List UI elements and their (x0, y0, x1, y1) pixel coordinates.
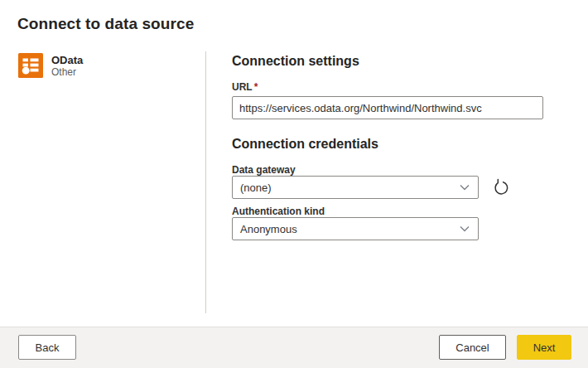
connector-category: Other (51, 66, 83, 79)
odata-feed-icon (18, 53, 43, 78)
url-input[interactable] (232, 96, 543, 119)
authentication-kind-label: Authentication kind (232, 206, 325, 217)
data-gateway-label: Data gateway (232, 164, 296, 176)
vertical-divider (205, 51, 206, 313)
refresh-icon (491, 178, 509, 196)
chevron-down-icon (459, 182, 470, 193)
data-gateway-value: (none) (240, 182, 272, 194)
connector-name: OData (51, 54, 83, 66)
chevron-down-icon (459, 223, 470, 235)
url-label: URL* (232, 81, 258, 93)
page-title: Connect to data source (17, 15, 194, 33)
authentication-kind-value: Anonymous (240, 223, 297, 235)
next-button[interactable]: Next (517, 335, 571, 360)
connector-item-odata[interactable]: OData Other (18, 53, 83, 79)
connection-credentials-heading: Connection credentials (232, 137, 378, 152)
required-marker: * (254, 81, 258, 93)
cancel-button[interactable]: Cancel (439, 335, 506, 360)
authentication-kind-dropdown[interactable]: Anonymous (232, 217, 479, 240)
back-button[interactable]: Back (18, 335, 76, 360)
url-label-text: URL (232, 81, 253, 93)
connect-data-source-dialog: Connect to data source OData Other Conne… (0, 0, 588, 368)
data-gateway-dropdown[interactable]: (none) (232, 176, 479, 199)
connection-settings-heading: Connection settings (232, 54, 359, 69)
refresh-gateways-button[interactable] (489, 177, 511, 198)
connector-texts: OData Other (51, 53, 83, 79)
